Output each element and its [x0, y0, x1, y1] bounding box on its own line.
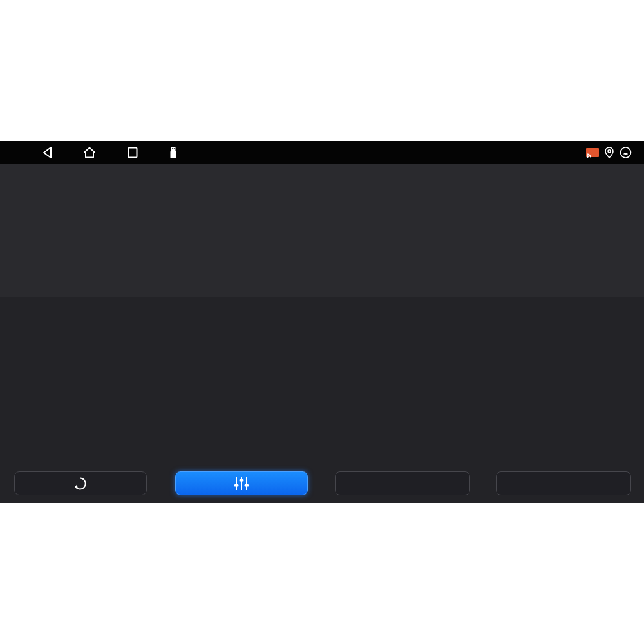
equalizer-button[interactable]	[175, 471, 308, 495]
band-group-row	[12, 299, 637, 313]
scene-button[interactable]	[335, 471, 470, 495]
hotspot-icon	[619, 146, 632, 159]
eq-band-columns	[12, 314, 637, 465]
equalizer-screen	[0, 141, 644, 503]
back-icon[interactable]	[41, 146, 55, 159]
eq-sliders-icon	[232, 475, 251, 492]
status-indicators	[585, 141, 636, 164]
cast-screen-active-icon	[585, 146, 600, 159]
eq-response-chart	[0, 164, 644, 297]
reset-icon	[71, 475, 90, 492]
usb-device-icon	[166, 146, 180, 159]
location-icon	[603, 146, 615, 159]
status-bar	[0, 141, 644, 164]
recents-icon[interactable]	[126, 146, 140, 159]
home-icon[interactable]	[82, 146, 97, 159]
reset-button[interactable]	[14, 471, 147, 495]
sound-field-button[interactable]	[496, 471, 631, 495]
